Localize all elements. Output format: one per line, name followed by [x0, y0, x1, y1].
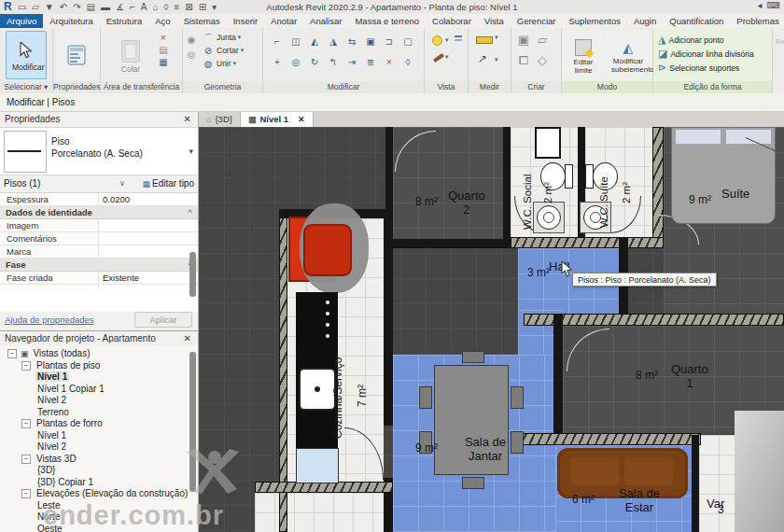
measure-dropdown2[interactable]: ▾ — [495, 56, 498, 63]
group-label-criar[interactable]: Criar — [511, 81, 561, 93]
param-section[interactable]: Fase^ — [0, 259, 198, 272]
lightbulb-icon[interactable] — [432, 35, 442, 46]
measure-dropdown[interactable]: ▾ — [495, 34, 498, 41]
qat-icon-5[interactable]: ↷ — [73, 0, 80, 14]
wall-varanda-left[interactable] — [692, 435, 699, 532]
refrigerator[interactable] — [296, 448, 339, 483]
ribbon-tab-anotar[interactable]: Anotar — [264, 14, 303, 28]
exterior-tiles[interactable] — [255, 493, 393, 532]
group-label-propriedades[interactable]: Propriedades — [53, 81, 100, 93]
tree-item[interactable]: −Plantas de forro — [0, 418, 198, 430]
create-parts-icon[interactable]: ◇ — [536, 54, 549, 66]
tree-item[interactable]: Nível 1 — [0, 430, 198, 442]
view-tab-nivel1[interactable]: ▦ Nível 1 ✕ — [241, 112, 314, 127]
tree-expander-icon[interactable]: − — [7, 349, 17, 358]
unjoin-button[interactable]: ◍Unir▾ — [202, 57, 244, 70]
param-value[interactable]: Existente — [99, 272, 198, 284]
group-label-medir[interactable]: Medir — [469, 81, 511, 93]
properties-header[interactable]: Propriedades ✕ — [0, 112, 198, 128]
cut-button[interactable]: ⊘Cortar▾ — [202, 44, 244, 57]
group-label-geometria[interactable]: Geometria — [183, 81, 262, 93]
group-label-modificar[interactable]: Modificar — [263, 81, 424, 93]
wall-quarto2-wc[interactable] — [503, 127, 511, 245]
group-label-vista[interactable]: Vista — [425, 81, 468, 93]
paintbrush-icon[interactable] — [433, 53, 444, 63]
tree-expander-icon[interactable]: − — [21, 455, 31, 464]
washer-drum[interactable] — [303, 224, 352, 276]
drawing-canvas[interactable]: Quarto 28 m² W.C. Social 2 m² W.C. Suíte… — [199, 127, 784, 532]
paintbrush-dropdown[interactable]: ▾ — [445, 53, 449, 61]
titlebar-icon-0[interactable]: ◂ — [758, 0, 763, 10]
modify-tool-icon-r1-2[interactable]: ◭ — [308, 35, 321, 48]
qat-icon-6[interactable]: ▤ — [87, 0, 95, 14]
browser-header[interactable]: Navegador de projeto - Apartamento ✕ — [0, 331, 198, 347]
join-button[interactable]: ⌒Junta▾ — [202, 31, 244, 44]
modify-tool-icon-r2-6[interactable]: × — [383, 56, 396, 68]
ribbon-tab-colaborar[interactable]: Colaborar — [426, 14, 478, 28]
qat-icon-14[interactable]: ⊠ — [185, 0, 192, 14]
shower-box[interactable] — [535, 127, 561, 159]
collapse-icon[interactable]: ^ — [189, 206, 192, 218]
reset-shape-label[interactable]: Rede form — [776, 37, 784, 46]
titlebar-icon-1[interactable]: ⌨ — [767, 0, 780, 10]
tree-item[interactable]: Nível 2 — [0, 395, 198, 407]
tree-item[interactable]: −Elevações (Elevação da construção) — [0, 488, 198, 500]
modify-tool-icon-r1-4[interactable]: ⇆ — [345, 35, 358, 48]
group-label-edicao-forma[interactable]: Edição da forma — [653, 81, 772, 93]
element-filter[interactable]: Pisos (1) — [4, 175, 40, 192]
group-label-modo[interactable]: Modo — [562, 81, 652, 93]
close-properties-icon[interactable]: ✕ — [184, 112, 191, 127]
create-group-icon[interactable]: ▣ — [517, 34, 530, 46]
modify-tool-icon-r1-0[interactable]: ⌐ — [271, 35, 284, 48]
demolish-icon[interactable]: ◎ — [185, 49, 198, 61]
qat-icon-4[interactable]: ↶ — [60, 0, 67, 14]
ribbon-tab-inserir[interactable]: Inserir — [227, 14, 264, 28]
tree-expander-icon[interactable]: − — [21, 361, 31, 371]
toilet-tank-wc-social[interactable] — [565, 164, 573, 189]
param-value[interactable] — [99, 245, 198, 258]
measure-arrow-icon[interactable]: ↗ — [478, 52, 487, 65]
qat-icon-8[interactable]: ∡ — [116, 0, 124, 14]
modify-tool-icon-r1-1[interactable]: ◫ — [289, 35, 302, 48]
tree-item[interactable]: Terreno — [0, 407, 198, 419]
wall-hall-top-hatched[interactable] — [511, 237, 664, 248]
qat-icon-15[interactable]: ⊞ — [199, 0, 206, 14]
delete-icon[interactable]: × — [157, 32, 170, 44]
ribbon-tab-estrutura[interactable]: Estrutura — [100, 14, 149, 28]
type-dropdown-icon[interactable]: ▾ — [189, 147, 193, 156]
properties-help-link[interactable]: Ajuda de propriedades — [5, 315, 94, 325]
modify-button[interactable]: Modificar — [6, 31, 47, 79]
filter-chevron-icon[interactable]: ∨ — [119, 175, 125, 192]
ribbon-tab-problemas[interactable]: Problemas — [730, 14, 784, 28]
wall-quarto2-left[interactable] — [385, 127, 393, 246]
qat-icon-7[interactable]: ▬ — [101, 0, 110, 14]
tree-item[interactable]: Nível 2 — [0, 441, 198, 454]
tree-item[interactable]: {3D} Copiar 1 — [0, 477, 198, 489]
ruler-icon[interactable] — [476, 36, 493, 44]
modify-tool-icon-r1-6[interactable]: ⊐ — [383, 35, 396, 48]
qat-icon-3[interactable]: ▼ — [45, 0, 54, 14]
tree-expander-icon[interactable]: − — [21, 489, 31, 498]
match-properties-icon[interactable]: ▦ — [157, 56, 170, 68]
modify-subelements-button[interactable]: ◭ Modificar subelementos — [605, 31, 651, 79]
modify-tool-icon-r2-2[interactable]: ↻ — [308, 56, 321, 68]
qat-icon-11[interactable]: ⌂ — [152, 0, 158, 14]
modify-tool-icon-r1-5[interactable]: ▣ — [364, 35, 377, 48]
tree-item[interactable]: −▣Vistas (todas) — [0, 348, 198, 360]
hide-line-icon[interactable] — [455, 35, 462, 37]
tree-item[interactable]: Nível 1 Copiar 1 — [0, 384, 198, 396]
qat-icon-2[interactable]: ▱ — [32, 0, 39, 14]
modify-tool-icon-r2-7[interactable]: ◊ — [401, 56, 414, 68]
qat-icon-1[interactable]: ▭ — [18, 0, 26, 14]
qat-icon-0[interactable]: R — [4, 0, 12, 14]
param-value[interactable]: 0.0200 — [99, 193, 198, 205]
param-value[interactable] — [99, 232, 198, 245]
qat-icon-9[interactable]: ⌐ — [130, 0, 135, 14]
tree-item[interactable]: {3D} — [0, 465, 198, 477]
tree-item[interactable]: −Plantas de piso — [0, 360, 198, 372]
create-assembly-icon[interactable]: ⧠ — [517, 54, 530, 66]
modify-tool-icon-r2-4[interactable]: ⇥ — [345, 56, 358, 68]
ribbon-tab-quantification[interactable]: Quantification — [663, 14, 730, 28]
copy-to-clipboard-icon[interactable]: ▤ — [157, 44, 170, 56]
add-split-line-button[interactable]: ◪Adicionar linha divisória — [658, 47, 754, 61]
